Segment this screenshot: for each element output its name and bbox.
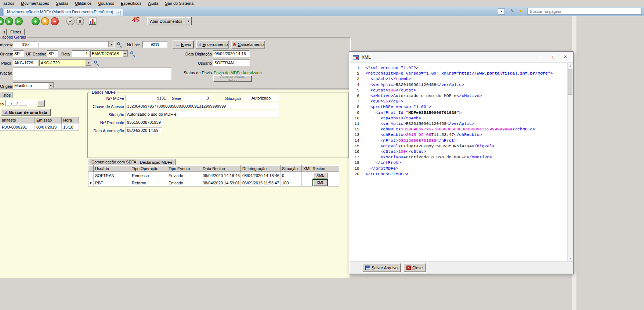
nav-last-button[interactable]: ▶| [15,17,23,25]
tab-filtros[interactable]: Filtros [7,29,25,35]
search-rota-icon[interactable] [130,51,135,57]
manifesto-cell[interactable]: RJO-0000291 [0,123,35,131]
data-autorizacao-input[interactable]: 08/04/2020 14:59 [126,127,162,134]
serie-input[interactable]: 3 [184,95,210,101]
tab-movimentacao-mdfe[interactable]: Movimentação de MDFe (Manifesto Document… [4,8,123,16]
table-row[interactable]: SOFTRAN Remessa Enviado 08/04/2020 14:18… [88,172,339,179]
tipo-operacao-cell[interactable]: Remessa [130,172,167,179]
situacao-desc-input[interactable]: Autorizado o uso do MDF-e [126,111,279,118]
situacao-input[interactable]: Autorizado [243,95,279,101]
placa-combo[interactable]: AKG-1729 ▼ [39,60,92,66]
search-placa-icon[interactable] [94,60,99,66]
table-row[interactable]: ▶ RBT Retorno Enviado 08/04/2020 14:59:0… [88,179,339,187]
tipo-evento-cell[interactable]: Enviado [167,172,201,179]
col-tipo-evento[interactable]: Tipo Evento [167,166,201,172]
menu-item-ajuda[interactable]: Ajuda [145,1,162,6]
remove-button[interactable]: − [51,17,59,25]
protocolo-input[interactable]: 935150008701939 [126,119,164,126]
situacao-cell[interactable]: 100 [281,179,302,187]
col-tipo-operacao[interactable]: Tipo Operação [130,166,167,172]
tab-comunicacao-sefaz[interactable]: Comunicação com SEFAZ [88,159,142,165]
xml-button-focused[interactable]: XML [313,180,328,186]
rota-input[interactable]: 1 [72,50,89,57]
empresa-input[interactable]: 110 [13,41,38,48]
tab-stub[interactable] [0,8,3,16]
scrollbar-thumb[interactable] [568,69,572,95]
chart-icon[interactable] [88,17,97,26]
favorite-star-icon[interactable]: ★ [519,8,523,14]
tab-dados[interactable]: s [0,29,7,35]
menu-item-saidas[interactable]: Saídas [53,1,72,6]
col-xml-recibo[interactable]: XML Recibo [302,166,339,172]
emissao-cell[interactable]: 08/07/2019 [35,123,62,131]
buscar-de-uma-lista-button[interactable]: ⇄ Buscar de uma lista [1,109,51,116]
add-button[interactable]: + [32,17,40,25]
usuario-cell[interactable]: RBT [94,179,130,187]
dt-integracao-cell[interactable]: 08/04/2020 14:18:46 [241,172,281,179]
origem-combo[interactable]: Manifesto ▼ [13,82,54,89]
col-data-recibo[interactable]: Data Recibo [201,166,241,172]
atualiza-status-sefaz-button[interactable]: Atualiza Status Sefaz [213,75,252,82]
open-documents-dropdown[interactable]: ▼ [185,17,192,25]
chave-acesso-input[interactable]: 3320040697957700068858003000009131299999… [126,103,279,109]
find-on-page-input[interactable] [527,8,642,15]
xml-dialog-titlebar[interactable]: XML – □ ✕ [349,52,573,63]
nav-prev-button[interactable]: ◀ [0,17,4,25]
situacao-cell[interactable]: 0 [281,172,302,179]
menu-item-especificos[interactable]: Específicos [117,1,145,6]
row-selector-cell[interactable] [88,172,94,179]
highlighter-icon[interactable]: ✎ [510,8,514,14]
scroll-up-icon[interactable]: ▲ [568,63,573,68]
maximize-button[interactable]: □ [548,54,559,61]
dt-integracao-cell[interactable]: 06/09/2015 11:53:47 [241,179,281,187]
col-hora[interactable]: Hora [62,117,79,123]
menu-item-cadastros[interactable]: astros [0,1,18,6]
nr-mdfe-input[interactable]: 9131 [126,95,167,101]
tipo-evento-cell[interactable]: Enviado [167,179,201,187]
hora-cell[interactable]: 15:18 [62,123,79,131]
xml-button[interactable]: XML [313,173,328,179]
manifesto-row[interactable]: RJO-0000291 08/07/2019 15:18 [0,123,79,131]
data-recibo-cell[interactable]: 08/04/2020 14:59:01 [201,179,241,187]
edit-button[interactable]: ✎ [41,17,49,25]
placa-input[interactable]: AKG-1729 [13,60,38,66]
cancel-button[interactable]: ✖ [76,17,84,25]
rota-combo[interactable]: BMA/RJO/CAS ▼ [90,50,128,57]
menu-item-utilitarios[interactable]: Utilitários [72,1,95,6]
manifesto-date-input[interactable]: __/__/____ [5,100,36,107]
col-usuario[interactable]: Usuário [94,166,130,172]
open-documents-button[interactable]: Abrir Documentos [147,17,185,25]
nr-lote-input[interactable]: 9211 [142,41,167,48]
load-manifesto-button[interactable]: → [37,100,45,107]
close-tab-icon[interactable]: ✕ [116,11,121,15]
envio-button[interactable]: → Envio [173,40,194,48]
menu-item-sair[interactable]: Sair do Sistema [162,1,197,6]
uf-origem-input[interactable]: SP [13,50,24,57]
col-situacao[interactable]: Situação [281,166,302,172]
observacao-textarea[interactable] [13,68,171,80]
save-file-button[interactable]: Salvar Arquivo [362,263,401,272]
col-emissao[interactable]: Emissão [35,117,62,123]
cancelamento-button[interactable]: ⊘ Cancelamento [231,40,265,48]
menu-item-movimentacoes[interactable]: Movimentações [18,1,53,6]
scroll-down-icon[interactable]: ▼ [568,256,573,261]
nav-next-button[interactable]: ▶ [5,17,13,25]
uf-destino-input[interactable]: SP [47,50,58,57]
tipo-operacao-cell[interactable]: Retorno [130,179,167,187]
usuario-input[interactable]: SOFTRAN [213,60,250,66]
find-options-button[interactable]: ▾ [498,8,505,15]
tab-manifestos[interactable]: stos [0,92,12,98]
confirm-button[interactable]: ✔ [66,17,75,25]
close-dialog-button[interactable]: ✕ Close [404,263,426,272]
col-manifesto[interactable]: anifesto [0,117,35,123]
tab-declaracao-mdfe[interactable]: Declaração MDFe [137,159,176,165]
row-selector-cell[interactable]: ▶ [88,179,94,187]
empresa-combo[interactable]: ▼ [39,41,115,48]
data-recibo-cell[interactable]: 08/04/2020 14:18:46 [201,172,241,179]
encerramento-button[interactable]: ☑ Encerramento [196,40,229,48]
close-window-button[interactable]: ✕ [560,54,571,61]
xml-scrollbar[interactable]: ▲ ▼ [567,63,573,261]
data-digitacao-input[interactable]: 08/04/2020 14:16 [213,50,250,57]
minimize-button[interactable]: – [536,54,547,61]
report-45-icon[interactable]: 45 [132,16,139,24]
